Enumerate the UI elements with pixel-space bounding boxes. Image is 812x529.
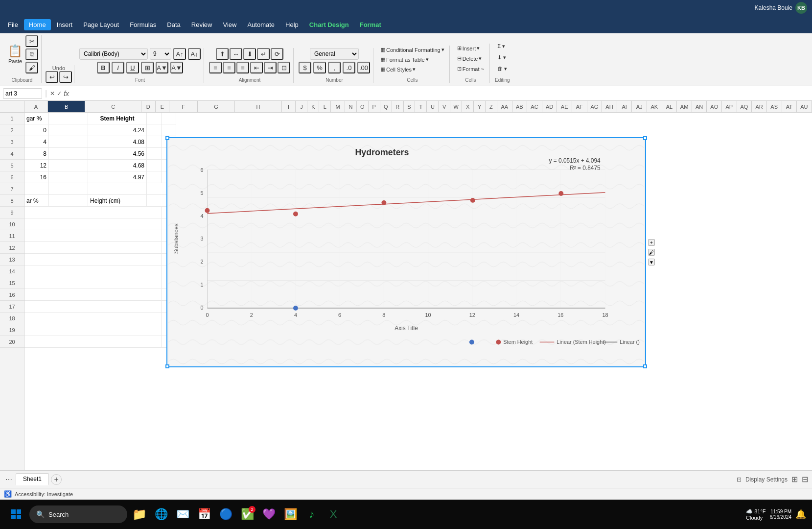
taskbar-todo[interactable]: ✅ 2 (238, 505, 256, 524)
cell-B1[interactable] (49, 113, 88, 124)
cell-row19[interactable] (24, 324, 162, 336)
cell-A1[interactable]: gar % (24, 113, 49, 124)
taskbar-viva[interactable]: 💜 (259, 505, 278, 524)
menu-home[interactable]: Home (24, 19, 51, 30)
comma-button[interactable]: , (328, 62, 341, 73)
col-header-AH[interactable]: AH (602, 101, 617, 112)
col-header-J[interactable]: J (296, 101, 307, 112)
fill-color-button[interactable]: A▼ (156, 62, 168, 73)
orientation-button[interactable]: ⟳ (271, 48, 283, 60)
row-header-15[interactable]: 15 (0, 277, 24, 289)
taskbar-chrome[interactable]: 🔵 (216, 505, 235, 524)
name-box[interactable] (3, 88, 42, 99)
confirm-formula-button[interactable]: ✓ (57, 90, 62, 97)
cell-row10[interactable] (24, 218, 162, 230)
row-header-11[interactable]: 11 (0, 230, 24, 242)
col-header-AT[interactable]: AT (782, 101, 797, 112)
format-button[interactable]: ⊡ Format ~ (455, 64, 487, 73)
menu-view[interactable]: View (218, 19, 241, 30)
menu-data[interactable]: Data (162, 19, 185, 30)
page-layout-view-icon[interactable]: ⊟ (802, 475, 808, 484)
col-header-AS[interactable]: AS (767, 101, 782, 112)
cell-C5[interactable]: 4.68 (88, 160, 147, 171)
cell-A5[interactable]: 12 (24, 160, 49, 171)
col-header-A[interactable]: A (24, 101, 48, 112)
col-header-Q[interactable]: Q (380, 101, 392, 112)
format-as-table-button[interactable]: ▦ Format as Table ▾ (378, 55, 446, 64)
col-header-AB[interactable]: AB (512, 101, 528, 112)
cell-row14[interactable] (24, 265, 162, 277)
row-header-10[interactable]: 10 (0, 218, 24, 230)
cell-C1[interactable]: Stem Height (88, 113, 147, 124)
menu-formulas[interactable]: Formulas (125, 19, 161, 30)
col-header-AC[interactable]: AC (527, 101, 542, 112)
col-header-R[interactable]: R (392, 101, 404, 112)
taskbar-search-bar[interactable]: 🔍 Search (29, 505, 127, 523)
cell-row15[interactable] (24, 277, 162, 289)
menu-review[interactable]: Review (186, 19, 217, 30)
cell-A6[interactable]: 16 (24, 171, 49, 183)
col-header-Y[interactable]: Y (474, 101, 486, 112)
cell-C8[interactable]: Height (cm) (88, 195, 147, 206)
menu-insert[interactable]: Insert (52, 19, 78, 30)
menu-format[interactable]: Format (355, 19, 386, 30)
formula-input[interactable] (71, 88, 809, 99)
col-header-AK[interactable]: AK (647, 101, 662, 112)
bold-button[interactable]: B (97, 62, 110, 73)
col-header-V[interactable]: V (439, 101, 450, 112)
cell-row12[interactable] (24, 242, 162, 253)
row-header-8[interactable]: 8 (0, 195, 24, 207)
col-header-W[interactable]: W (450, 101, 462, 112)
row-header-13[interactable]: 13 (0, 254, 24, 265)
cell-B5[interactable] (49, 160, 88, 171)
font-size-select[interactable]: 9 (150, 48, 171, 60)
paste-button[interactable]: 📋 Paste (6, 43, 24, 66)
col-header-AI[interactable]: AI (617, 101, 632, 112)
italic-button[interactable]: I (112, 62, 124, 73)
font-color-button[interactable]: A▼ (170, 62, 183, 73)
col-header-AN[interactable]: AN (692, 101, 707, 112)
align-top-button[interactable]: ⬆ (216, 48, 229, 60)
cell-row20[interactable] (24, 336, 162, 347)
decrease-indent-button[interactable]: ⇤ (250, 62, 263, 73)
cell-A2[interactable]: 0 (24, 124, 49, 136)
cell-D5[interactable] (147, 160, 162, 171)
increase-indent-button[interactable]: ⇥ (264, 62, 277, 73)
copy-button[interactable]: ⧉ (25, 48, 38, 60)
cell-row11[interactable] (24, 230, 162, 241)
cell-D2[interactable] (147, 124, 162, 136)
increase-font-button[interactable]: A↑ (173, 48, 186, 60)
format-painter-button[interactable]: 🖌 (25, 62, 38, 73)
col-header-T[interactable]: T (415, 101, 427, 112)
row-header-7[interactable]: 7 (0, 183, 24, 195)
cell-D1[interactable] (147, 113, 162, 124)
cell-A8[interactable]: ar % (24, 195, 49, 206)
cell-C2[interactable]: 4.24 (88, 124, 147, 136)
col-header-AP[interactable]: AP (722, 101, 737, 112)
redo-button[interactable]: ↪ (59, 71, 72, 83)
sheets-nav-left[interactable]: ⋯ (4, 475, 14, 484)
clear-button[interactable]: 🗑 ▾ (495, 64, 510, 73)
cell-B4[interactable] (49, 148, 88, 159)
col-header-AF[interactable]: AF (572, 101, 587, 112)
align-left-button[interactable]: ≡ (209, 62, 222, 73)
undo-button[interactable]: ↩ (46, 71, 58, 83)
col-header-B[interactable]: B (48, 101, 85, 112)
wrap-text-button[interactable]: ↵ (257, 48, 270, 60)
menu-page-layout[interactable]: Page Layout (78, 19, 124, 30)
cell-A4[interactable]: 8 (24, 148, 49, 159)
conditional-formatting-button[interactable]: ▦ Conditional Formatting ▾ (378, 46, 446, 54)
col-header-AL[interactable]: AL (662, 101, 677, 112)
col-header-AO[interactable]: AO (707, 101, 722, 112)
col-header-G[interactable]: G (198, 101, 235, 112)
col-header-AR[interactable]: AR (752, 101, 767, 112)
col-header-N[interactable]: N (345, 101, 357, 112)
cell-A7[interactable] (24, 183, 49, 194)
col-header-AG[interactable]: AG (587, 101, 603, 112)
sum-button[interactable]: Σ ▾ (495, 42, 508, 51)
taskbar-spotify[interactable]: ♪ (302, 505, 321, 524)
col-header-P[interactable]: P (369, 101, 380, 112)
menu-automate[interactable]: Automate (242, 19, 279, 30)
row-header-19[interactable]: 19 (0, 324, 24, 336)
cell-D6[interactable] (147, 171, 162, 183)
